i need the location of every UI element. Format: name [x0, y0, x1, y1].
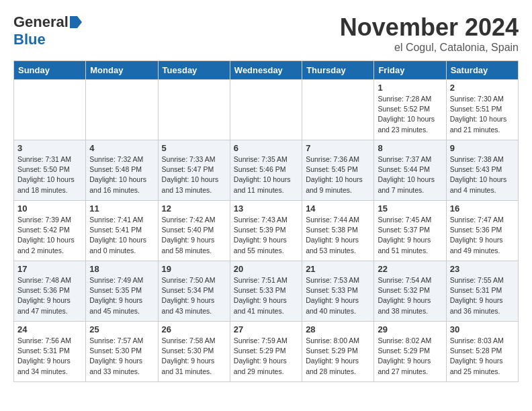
day-info: Sunrise: 7:49 AM Sunset: 5:35 PM Dayligh…	[89, 275, 154, 316]
day-number: 11	[89, 203, 154, 214]
calendar-cell: 2Sunrise: 7:30 AM Sunset: 5:51 PM Daylig…	[446, 80, 518, 140]
day-number: 28	[306, 324, 370, 334]
day-info: Sunrise: 7:54 AM Sunset: 5:32 PM Dayligh…	[378, 275, 442, 316]
weekday-header-saturday: Saturday	[446, 61, 518, 80]
day-number: 21	[306, 264, 370, 274]
day-number: 6	[234, 143, 298, 153]
day-info: Sunrise: 7:41 AM Sunset: 5:41 PM Dayligh…	[89, 215, 154, 256]
weekday-header-monday: Monday	[86, 61, 158, 80]
day-number: 23	[450, 264, 515, 274]
calendar-cell: 28Sunrise: 8:00 AM Sunset: 5:29 PM Dayli…	[302, 322, 374, 382]
logo-general: General	[13, 13, 69, 31]
svg-marker-0	[70, 16, 82, 28]
calendar-cell: 20Sunrise: 7:51 AM Sunset: 5:33 PM Dayli…	[230, 261, 302, 322]
calendar-week-row: 10Sunrise: 7:39 AM Sunset: 5:42 PM Dayli…	[14, 201, 519, 261]
weekday-header-friday: Friday	[374, 61, 446, 80]
logo-blue: Blue	[13, 31, 46, 48]
calendar-cell: 30Sunrise: 8:03 AM Sunset: 5:28 PM Dayli…	[446, 322, 518, 382]
month-title: November 2024	[340, 13, 519, 42]
weekday-header-thursday: Thursday	[302, 61, 374, 80]
day-number: 4	[89, 143, 154, 153]
day-info: Sunrise: 7:45 AM Sunset: 5:37 PM Dayligh…	[378, 215, 442, 256]
day-info: Sunrise: 7:53 AM Sunset: 5:33 PM Dayligh…	[306, 275, 370, 316]
calendar-week-row: 1Sunrise: 7:28 AM Sunset: 5:52 PM Daylig…	[14, 80, 519, 140]
calendar-cell: 7Sunrise: 7:36 AM Sunset: 5:45 PM Daylig…	[302, 140, 374, 201]
calendar-week-row: 17Sunrise: 7:48 AM Sunset: 5:36 PM Dayli…	[14, 261, 519, 322]
day-info: Sunrise: 7:57 AM Sunset: 5:30 PM Dayligh…	[89, 336, 154, 377]
logo-arrow-icon	[70, 16, 82, 28]
day-info: Sunrise: 7:28 AM Sunset: 5:52 PM Dayligh…	[378, 94, 442, 135]
day-number: 9	[450, 143, 515, 153]
day-info: Sunrise: 7:36 AM Sunset: 5:45 PM Dayligh…	[306, 154, 370, 195]
day-info: Sunrise: 7:56 AM Sunset: 5:31 PM Dayligh…	[17, 336, 82, 377]
day-info: Sunrise: 7:37 AM Sunset: 5:44 PM Dayligh…	[378, 154, 442, 195]
day-info: Sunrise: 7:51 AM Sunset: 5:33 PM Dayligh…	[234, 275, 298, 316]
day-info: Sunrise: 8:00 AM Sunset: 5:29 PM Dayligh…	[306, 336, 370, 377]
calendar-cell	[14, 80, 86, 140]
day-number: 1	[378, 83, 442, 93]
calendar-cell: 9Sunrise: 7:38 AM Sunset: 5:43 PM Daylig…	[446, 140, 518, 201]
calendar-cell: 22Sunrise: 7:54 AM Sunset: 5:32 PM Dayli…	[374, 261, 446, 322]
calendar-cell: 23Sunrise: 7:55 AM Sunset: 5:31 PM Dayli…	[446, 261, 518, 322]
day-info: Sunrise: 7:32 AM Sunset: 5:48 PM Dayligh…	[89, 154, 154, 195]
calendar-cell: 12Sunrise: 7:42 AM Sunset: 5:40 PM Dayli…	[158, 201, 230, 261]
day-info: Sunrise: 8:02 AM Sunset: 5:29 PM Dayligh…	[378, 336, 442, 377]
calendar-week-row: 24Sunrise: 7:56 AM Sunset: 5:31 PM Dayli…	[14, 322, 519, 382]
day-number: 5	[162, 143, 226, 153]
day-number: 25	[89, 324, 154, 334]
header: General Blue November 2024 el Cogul, Cat…	[13, 13, 519, 54]
weekday-header-row: SundayMondayTuesdayWednesdayThursdayFrid…	[14, 61, 519, 80]
calendar-cell: 4Sunrise: 7:32 AM Sunset: 5:48 PM Daylig…	[86, 140, 158, 201]
day-number: 12	[162, 203, 226, 214]
calendar-cell: 16Sunrise: 7:47 AM Sunset: 5:36 PM Dayli…	[446, 201, 518, 261]
day-info: Sunrise: 7:31 AM Sunset: 5:50 PM Dayligh…	[17, 154, 82, 195]
logo: General Blue	[13, 13, 82, 48]
day-number: 24	[17, 324, 82, 334]
title-area: November 2024 el Cogul, Catalonia, Spain	[340, 13, 519, 54]
calendar-week-row: 3Sunrise: 7:31 AM Sunset: 5:50 PM Daylig…	[14, 140, 519, 201]
day-number: 18	[89, 264, 154, 274]
calendar-cell: 1Sunrise: 7:28 AM Sunset: 5:52 PM Daylig…	[374, 80, 446, 140]
day-info: Sunrise: 7:33 AM Sunset: 5:47 PM Dayligh…	[162, 154, 226, 195]
calendar-cell	[230, 80, 302, 140]
day-number: 19	[162, 264, 226, 274]
day-info: Sunrise: 7:59 AM Sunset: 5:29 PM Dayligh…	[234, 336, 298, 377]
calendar-cell: 18Sunrise: 7:49 AM Sunset: 5:35 PM Dayli…	[86, 261, 158, 322]
calendar-cell: 27Sunrise: 7:59 AM Sunset: 5:29 PM Dayli…	[230, 322, 302, 382]
calendar-cell: 25Sunrise: 7:57 AM Sunset: 5:30 PM Dayli…	[86, 322, 158, 382]
calendar-cell: 13Sunrise: 7:43 AM Sunset: 5:39 PM Dayli…	[230, 201, 302, 261]
day-info: Sunrise: 7:48 AM Sunset: 5:36 PM Dayligh…	[17, 275, 82, 316]
day-number: 29	[378, 324, 442, 334]
day-info: Sunrise: 7:47 AM Sunset: 5:36 PM Dayligh…	[450, 215, 515, 256]
calendar-cell: 6Sunrise: 7:35 AM Sunset: 5:46 PM Daylig…	[230, 140, 302, 201]
calendar-cell	[302, 80, 374, 140]
calendar-cell: 24Sunrise: 7:56 AM Sunset: 5:31 PM Dayli…	[14, 322, 86, 382]
calendar-cell	[158, 80, 230, 140]
calendar-cell: 26Sunrise: 7:58 AM Sunset: 5:30 PM Dayli…	[158, 322, 230, 382]
day-number: 17	[17, 264, 82, 274]
day-info: Sunrise: 7:44 AM Sunset: 5:38 PM Dayligh…	[306, 215, 370, 256]
day-info: Sunrise: 7:50 AM Sunset: 5:34 PM Dayligh…	[162, 275, 226, 316]
day-info: Sunrise: 7:30 AM Sunset: 5:51 PM Dayligh…	[450, 94, 515, 135]
day-info: Sunrise: 7:55 AM Sunset: 5:31 PM Dayligh…	[450, 275, 515, 316]
day-info: Sunrise: 7:58 AM Sunset: 5:30 PM Dayligh…	[162, 336, 226, 377]
calendar-cell: 29Sunrise: 8:02 AM Sunset: 5:29 PM Dayli…	[374, 322, 446, 382]
day-number: 26	[162, 324, 226, 334]
weekday-header-tuesday: Tuesday	[158, 61, 230, 80]
day-number: 3	[17, 143, 82, 153]
calendar-cell: 8Sunrise: 7:37 AM Sunset: 5:44 PM Daylig…	[374, 140, 446, 201]
calendar-cell: 14Sunrise: 7:44 AM Sunset: 5:38 PM Dayli…	[302, 201, 374, 261]
calendar-cell: 10Sunrise: 7:39 AM Sunset: 5:42 PM Dayli…	[14, 201, 86, 261]
day-info: Sunrise: 8:03 AM Sunset: 5:28 PM Dayligh…	[450, 336, 515, 377]
day-number: 2	[450, 83, 515, 93]
day-info: Sunrise: 7:38 AM Sunset: 5:43 PM Dayligh…	[450, 154, 515, 195]
day-info: Sunrise: 7:42 AM Sunset: 5:40 PM Dayligh…	[162, 215, 226, 256]
day-number: 15	[378, 203, 442, 214]
calendar-cell: 19Sunrise: 7:50 AM Sunset: 5:34 PM Dayli…	[158, 261, 230, 322]
day-number: 13	[234, 203, 298, 214]
calendar-cell: 15Sunrise: 7:45 AM Sunset: 5:37 PM Dayli…	[374, 201, 446, 261]
day-info: Sunrise: 7:43 AM Sunset: 5:39 PM Dayligh…	[234, 215, 298, 256]
calendar-cell: 21Sunrise: 7:53 AM Sunset: 5:33 PM Dayli…	[302, 261, 374, 322]
day-info: Sunrise: 7:39 AM Sunset: 5:42 PM Dayligh…	[17, 215, 82, 256]
day-number: 7	[306, 143, 370, 153]
